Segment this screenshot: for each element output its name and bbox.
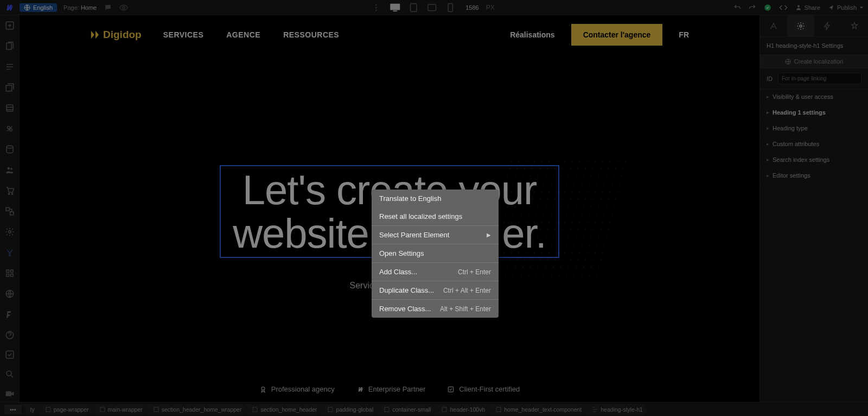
svg-rect-23: [6, 207, 9, 211]
breadcrumb-item[interactable]: container-small: [375, 404, 436, 415]
svg-point-26: [9, 255, 10, 256]
svg-rect-42: [154, 407, 158, 412]
ctx-open-settings[interactable]: Open Settings: [372, 244, 499, 262]
svg-point-3: [375, 7, 377, 8]
nav-link-services[interactable]: SERVICES: [163, 30, 204, 39]
ecommerce-icon[interactable]: [5, 186, 15, 196]
canvas-width-unit: PX: [486, 4, 495, 11]
locale-switcher[interactable]: English: [20, 3, 57, 12]
breadcrumb-item[interactable]: page-wrapper: [37, 404, 94, 415]
svg-rect-47: [496, 407, 501, 412]
navigator-icon[interactable]: [5, 62, 15, 72]
device-mobile-icon[interactable]: [444, 2, 457, 13]
topbar-right-controls: Share Publish: [733, 3, 864, 12]
ctx-duplicate-class[interactable]: Duplicate Class...Ctrl + Alt + Enter: [372, 281, 499, 299]
finsweet-icon[interactable]: [5, 310, 15, 319]
tab-settings[interactable]: [787, 15, 814, 36]
site-logo[interactable]: Digidop: [90, 29, 142, 41]
device-desktop-icon[interactable]: [388, 2, 401, 13]
site-header: Digidop SERVICES AGENCE RESSOURCES Réali…: [20, 15, 760, 54]
svg-rect-45: [385, 407, 389, 412]
brand-text: Digidop: [103, 29, 142, 41]
nav-link-ressources[interactable]: RESSOURCES: [283, 30, 339, 39]
tab-effects[interactable]: [841, 15, 868, 36]
ctx-translate[interactable]: Translate to English: [372, 190, 499, 207]
webflow-mark-icon: [356, 386, 364, 393]
breadcrumb-item-current[interactable]: heading-style-h1: [584, 404, 648, 415]
apps-icon[interactable]: [5, 248, 15, 257]
accordion-heading-type[interactable]: Heading type: [760, 121, 868, 136]
breadcrumb-item[interactable]: header-100vh: [433, 404, 490, 415]
svg-point-19: [7, 167, 10, 170]
locale-globe-icon[interactable]: [5, 289, 15, 299]
trust-partner-label: Enterprise Partner: [368, 385, 426, 393]
accordion-visibility[interactable]: Visibility & user access: [760, 89, 868, 105]
id-label: ID: [767, 75, 773, 82]
ctx-reset-localized[interactable]: Reset all localized settings: [372, 207, 499, 225]
context-menu: Translate to English Reset all localized…: [372, 190, 499, 318]
device-tablet-icon[interactable]: [407, 2, 420, 13]
tab-interactions[interactable]: [814, 15, 841, 36]
preview-eye-icon[interactable]: [119, 3, 128, 12]
style-manager-icon[interactable]: [5, 124, 15, 134]
ctx-add-class[interactable]: Add Class...Ctrl + Enter: [372, 262, 499, 281]
comments-icon[interactable]: [104, 4, 112, 11]
audit-check-icon[interactable]: [5, 350, 15, 360]
share-button[interactable]: Share: [795, 4, 820, 11]
svg-point-18: [7, 146, 13, 148]
logic-icon[interactable]: [5, 206, 15, 216]
accordion-heading1-settings[interactable]: Heading 1 settings: [760, 105, 868, 121]
device-tablet-landscape-icon[interactable]: [425, 2, 438, 13]
variables-icon[interactable]: [5, 103, 15, 113]
components-icon[interactable]: [5, 83, 15, 92]
breadcrumb-overflow[interactable]: •••: [4, 405, 22, 414]
breadcrumb-item[interactable]: section_header_home_wrapper: [145, 404, 247, 415]
users-icon[interactable]: [5, 165, 15, 175]
accordion-editor-settings[interactable]: Editor settings: [760, 168, 868, 184]
trust-professional-label: Professional agency: [271, 385, 335, 393]
svg-rect-27: [7, 270, 9, 273]
settings-gear-icon[interactable]: [5, 227, 15, 237]
accordion-custom-attributes[interactable]: Custom attributes: [760, 136, 868, 152]
svg-point-2: [375, 4, 377, 5]
add-element-icon[interactable]: [5, 21, 15, 30]
nav-link-realisations[interactable]: Réalisations: [510, 30, 554, 39]
publish-button[interactable]: Publish: [828, 4, 864, 11]
status-ok-icon[interactable]: [764, 4, 771, 11]
breadcrumb-truncated[interactable]: ty: [22, 404, 40, 415]
search-icon[interactable]: [5, 369, 15, 379]
help-icon[interactable]: [5, 330, 15, 340]
assets-icon[interactable]: [5, 268, 15, 278]
ctx-remove-class[interactable]: Remove Class...Alt + Shift + Enter: [372, 299, 499, 318]
code-export-icon[interactable]: [779, 3, 788, 12]
element-id-input[interactable]: [778, 73, 861, 84]
pages-icon[interactable]: [5, 41, 15, 51]
element-id-row: ID: [760, 68, 868, 89]
svg-rect-15: [7, 105, 13, 111]
breadcrumb-item[interactable]: home_header_text-component: [487, 404, 587, 415]
contact-cta-button[interactable]: Contacter l'agence: [571, 24, 663, 46]
video-tutorial-icon[interactable]: [5, 389, 15, 399]
breadcrumb-item[interactable]: padding-global: [319, 404, 379, 415]
designer-topbar: English Page: Home 1586 PX: [0, 0, 868, 15]
redo-icon[interactable]: [749, 4, 756, 11]
accordion-search-index[interactable]: Search index settings: [760, 152, 868, 168]
globe-icon: [785, 59, 791, 65]
tab-style[interactable]: [760, 15, 787, 36]
undo-icon[interactable]: [733, 4, 741, 11]
breakpoint-menu-icon[interactable]: [373, 4, 379, 11]
breadcrumb-item[interactable]: section_home_header: [244, 404, 322, 415]
language-switch[interactable]: FR: [679, 30, 689, 39]
canvas-width-value[interactable]: 1586: [465, 4, 478, 11]
svg-rect-13: [7, 43, 11, 49]
nav-link-agence[interactable]: AGENCE: [226, 30, 260, 39]
trust-clientfirst-label: Client-First certified: [459, 385, 520, 393]
page-breadcrumb[interactable]: Page: Home: [63, 4, 97, 11]
create-localization-button[interactable]: Create localization: [760, 55, 868, 68]
webflow-logo-icon[interactable]: [4, 3, 14, 12]
ctx-select-parent[interactable]: Select Parent Element▶: [372, 225, 499, 244]
svg-rect-6: [393, 10, 397, 11]
breadcrumb-item[interactable]: main-wrapper: [91, 404, 148, 415]
left-toolbar: [0, 15, 20, 402]
cms-icon[interactable]: [5, 144, 15, 154]
